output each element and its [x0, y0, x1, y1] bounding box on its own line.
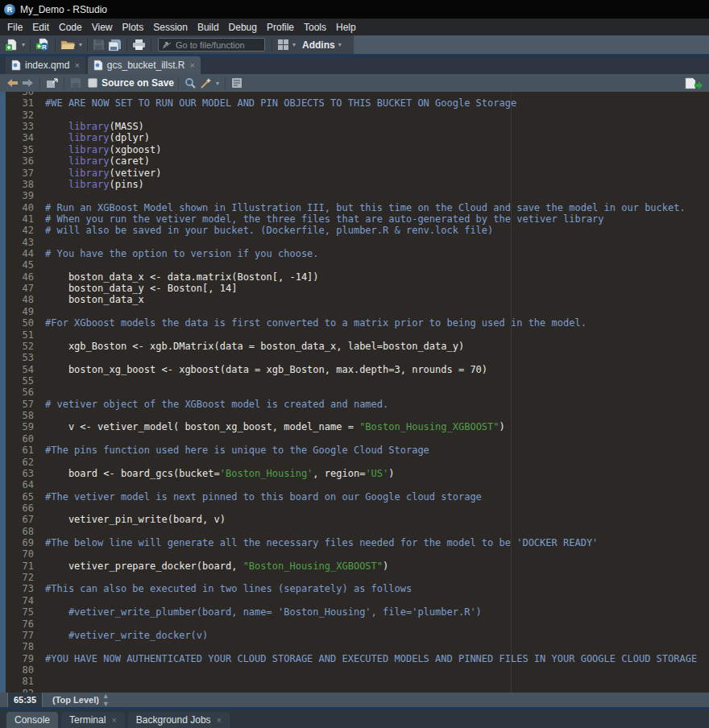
code-line-75[interactable]: 75 #vetiver_write_plumber(board, name= '…	[0, 606, 709, 618]
new-project-button[interactable]: R	[34, 37, 52, 53]
code-line-42[interactable]: 42# will also be saved in your bucket. (…	[0, 225, 709, 236]
bottom-tab-background-jobs[interactable]: Background Jobs×	[128, 712, 230, 728]
code-tools-button[interactable]	[198, 75, 214, 91]
code-line-46[interactable]: 46 boston_data_x <- data.matrix(Boston[,…	[0, 271, 709, 283]
menu-item-profile[interactable]: Profile	[262, 20, 299, 35]
code-tools-caret-icon[interactable]: ▾	[216, 80, 219, 87]
code-line-31[interactable]: 31#WE ARE NOW SET TO RUN OUR MODEL AND P…	[0, 97, 709, 109]
code-line-32[interactable]: 32	[0, 110, 709, 121]
code-line-80[interactable]: 80	[0, 664, 709, 676]
find-replace-button[interactable]	[183, 75, 198, 91]
tab-close-icon[interactable]: ×	[74, 60, 79, 70]
menu-item-edit[interactable]: Edit	[27, 20, 54, 35]
code-line-63[interactable]: 63 board <- board_gcs(bucket='Boston_Hou…	[0, 468, 709, 479]
code-line-65[interactable]: 65#The vetiver model is next pinned to t…	[0, 491, 709, 503]
code-line-81[interactable]: 81	[0, 676, 709, 687]
menu-item-build[interactable]: Build	[193, 20, 224, 35]
code-line-78[interactable]: 78	[0, 641, 709, 652]
code-line-62[interactable]: 62	[0, 457, 709, 468]
goto-file-search[interactable]	[158, 38, 265, 52]
code-line-69[interactable]: 69#The below line will generate all the …	[0, 537, 709, 548]
code-line-48[interactable]: 48 boston_data_x	[0, 294, 709, 305]
back-button[interactable]	[5, 75, 20, 91]
bottom-tab-console[interactable]: Console	[6, 712, 58, 728]
popout-button[interactable]	[44, 75, 60, 91]
code-line-82[interactable]: 82	[0, 688, 709, 693]
code-line-44[interactable]: 44# You have the option to version if yo…	[0, 248, 709, 259]
tab-close-icon[interactable]: ×	[111, 715, 116, 725]
new-file-button[interactable]	[3, 37, 20, 53]
code-line-55[interactable]: 55	[0, 375, 709, 387]
panes-button[interactable]	[276, 37, 291, 53]
code-editor[interactable]: 3031#WE ARE NOW SET TO RUN OUR MODEL AND…	[0, 92, 709, 693]
code-line-30[interactable]: 30	[0, 92, 709, 97]
editor-tab-gcs-bucket-illst-r[interactable]: gcs_bucket_illst.R×	[88, 56, 201, 74]
addins-button[interactable]: Addins	[302, 39, 335, 51]
new-file-caret-icon[interactable]: ▾	[22, 41, 25, 48]
print-button[interactable]	[131, 37, 147, 53]
code-line-51[interactable]: 51	[0, 329, 709, 341]
code-line-68[interactable]: 68	[0, 526, 709, 537]
code-line-66[interactable]: 66	[0, 503, 709, 514]
scope-spinner-icon[interactable]: ▲▼	[102, 692, 110, 708]
code-line-43[interactable]: 43	[0, 237, 709, 248]
code-line-56[interactable]: 56	[0, 387, 709, 398]
menu-item-code[interactable]: Code	[54, 20, 87, 35]
code-line-34[interactable]: 34 library(dplyr)	[0, 132, 709, 143]
menu-item-debug[interactable]: Debug	[224, 20, 262, 35]
save-button[interactable]	[91, 37, 106, 53]
code-line-50[interactable]: 50#For XGboost models the data is first …	[0, 317, 709, 329]
save-all-button[interactable]	[106, 37, 123, 53]
menu-item-session[interactable]: Session	[148, 20, 193, 35]
code-line-64[interactable]: 64	[0, 479, 709, 490]
addins-caret-icon[interactable]: ▾	[338, 41, 342, 48]
editor-tab-index-qmd[interactable]: index.qmd×	[6, 56, 85, 74]
code-line-76[interactable]: 76	[0, 618, 709, 630]
code-line-61[interactable]: 61#The pins function used here is unique…	[0, 445, 709, 456]
code-line-67[interactable]: 67 vetiver_pin_write(board, v)	[0, 514, 709, 525]
source-on-save-checkbox[interactable]	[88, 78, 97, 88]
code-line-60[interactable]: 60	[0, 433, 709, 445]
code-line-74[interactable]: 74	[0, 595, 709, 606]
code-line-57[interactable]: 57# vetiver object of the XGBoost model …	[0, 399, 709, 410]
goto-file-input[interactable]	[176, 40, 256, 50]
menu-item-view[interactable]: View	[87, 20, 118, 35]
code-line-39[interactable]: 39	[0, 190, 709, 201]
cursor-position[interactable]: 65:35	[7, 693, 43, 707]
code-line-58[interactable]: 58	[0, 410, 709, 421]
tab-close-icon[interactable]: ×	[190, 60, 195, 70]
code-line-41[interactable]: 41# When you run the vetiver model, the …	[0, 213, 709, 225]
menu-item-tools[interactable]: Tools	[299, 20, 331, 35]
scope-indicator[interactable]: (Top Level)	[52, 695, 99, 705]
code-line-35[interactable]: 35 library(xgboost)	[0, 144, 709, 155]
code-line-53[interactable]: 53	[0, 352, 709, 363]
code-line-59[interactable]: 59 v <- vetiver_model( boston_xg_boost, …	[0, 421, 709, 432]
bottom-tab-terminal[interactable]: Terminal×	[61, 712, 125, 728]
source-button[interactable]	[683, 75, 704, 91]
panes-caret-icon[interactable]: ▾	[292, 41, 296, 48]
code-line-72[interactable]: 72	[0, 572, 709, 583]
menu-item-help[interactable]: Help	[331, 20, 361, 35]
code-line-70[interactable]: 70	[0, 548, 709, 560]
open-file-caret-icon[interactable]: ▾	[79, 41, 82, 48]
code-line-45[interactable]: 45	[0, 259, 709, 271]
code-line-79[interactable]: 79#YOU HAVE NOW AUTHENTICATED YOUR CLOUD…	[0, 653, 709, 664]
open-file-button[interactable]	[59, 37, 77, 53]
code-line-71[interactable]: 71 vetiver_prepare_docker(board, "Boston…	[0, 560, 709, 572]
compile-report-button[interactable]	[230, 75, 244, 91]
code-line-40[interactable]: 40# Run an XGBoost Model shown in Illust…	[0, 202, 709, 213]
code-line-33[interactable]: 33 library(MASS)	[0, 121, 709, 132]
code-line-77[interactable]: 77 #vetiver_write_docker(v)	[0, 630, 709, 641]
editor-save-button[interactable]	[68, 75, 83, 91]
tab-close-icon[interactable]: ×	[217, 715, 222, 725]
code-line-49[interactable]: 49	[0, 306, 709, 317]
code-line-38[interactable]: 38 library(pins)	[0, 179, 709, 190]
code-line-47[interactable]: 47 boston_data_y <- Boston[, 14]	[0, 283, 709, 294]
menu-item-plots[interactable]: Plots	[118, 20, 149, 35]
forward-button[interactable]	[20, 75, 35, 91]
code-line-52[interactable]: 52 xgb_Boston <- xgb.DMatrix(data = bost…	[0, 341, 709, 352]
menu-item-file[interactable]: File	[2, 20, 27, 35]
code-line-54[interactable]: 54 boston_xg_boost <- xgboost(data = xgb…	[0, 364, 709, 375]
code-line-36[interactable]: 36 library(caret)	[0, 155, 709, 167]
code-line-73[interactable]: 73#This can also be executed in two line…	[0, 583, 709, 594]
